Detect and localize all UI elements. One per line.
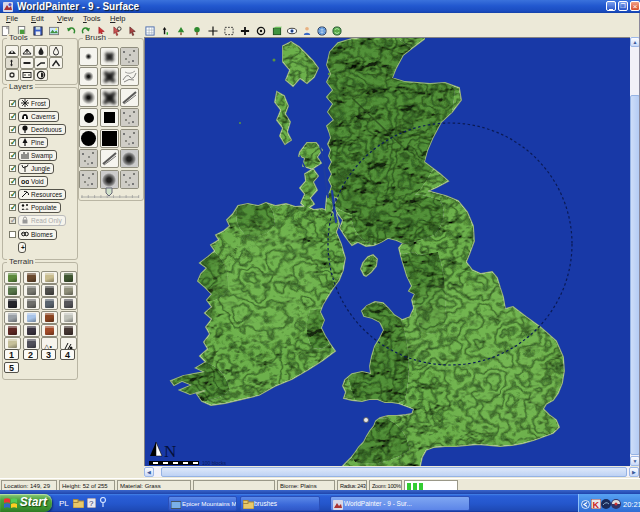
svg-text:?: ?: [89, 499, 94, 508]
svg-text:K: K: [593, 500, 600, 510]
svg-text:N: N: [164, 442, 176, 461]
svg-text:100 blocks: 100 blocks: [202, 460, 226, 466]
svg-text:oo: oo: [21, 178, 29, 185]
